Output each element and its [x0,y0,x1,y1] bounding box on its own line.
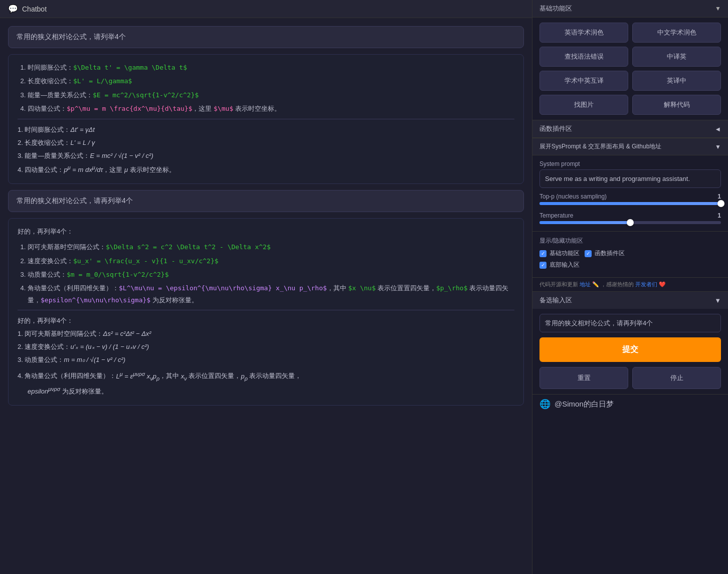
backup-section: 备选输入区 ▼ 提交 重置 停止 [532,291,728,394]
visibility-label: 显示/隐藏功能区 [539,237,721,245]
visibility-section: 显示/隐藏功能区 ✓ 基础功能区 ✓ 函数插件区 ✓ 底部输入区 [532,231,728,277]
btn-english-polish[interactable]: 英语学术润色 [539,23,628,43]
btn-chinese-polish[interactable]: 中文学术润色 [632,23,721,43]
footer-link[interactable]: 地址 [580,281,591,287]
temperature-group: Temperature 1 [539,212,721,226]
top-p-thumb [717,200,724,207]
sysprompt-header: 展开SysPrompt & 交互界面布局 & Github地址 ▼ [532,138,728,155]
temperature-thumb [627,219,634,226]
header-bar: 💬 Chatbot [0,0,532,18]
user-message-1: 常用的狭义相对论公式，请列举4个 [8,26,524,48]
sysprompt-section: 展开SysPrompt & 交互界面布局 & Github地址 ▼ System… [532,138,728,231]
reset-button[interactable]: 重置 [539,367,628,389]
checkbox-basic-functions[interactable]: ✓ [539,250,547,257]
watermark: 🌐 @Simon的白日梦 [532,394,728,414]
stop-button[interactable]: 停止 [632,367,721,389]
toggle-basic-functions[interactable]: ✓ 基础功能区 [539,249,580,258]
toggle-row-1: ✓ 基础功能区 ✓ 函数插件区 [539,249,721,258]
basic-functions-grid: 英语学术润色 中文学术润色 查找语法错误 中译英 学术中英互译 英译中 找图片 … [532,18,728,120]
dev-link[interactable]: 开发者们 [635,281,657,287]
user-message-2: 常用的狭义相对论公式，请再列举4个 [8,190,524,212]
system-prompt-label: System prompt [539,160,721,167]
top-p-fill [539,202,721,205]
btn-grammar-check[interactable]: 查找语法错误 [539,47,628,67]
temperature-value: 1 [717,212,721,219]
checkbox-plugin[interactable]: ✓ [585,250,592,257]
top-p-label: Top-p (nucleus sampling) [539,193,607,200]
backup-header: 备选输入区 ▼ [532,292,728,309]
toggle-row-2: ✓ 底部输入区 [539,261,721,269]
right-panel: 基础功能区 ▼ 英语学术润色 中文学术润色 查找语法错误 中译英 学术中英互译 … [532,0,728,574]
footer: 代码开源和更新 地址 ✏️ ，感谢热情的 开发者们 ❤️ [532,277,728,291]
temperature-fill [539,221,630,224]
header-title: Chatbot [22,5,47,13]
submit-button[interactable]: 提交 [539,337,721,362]
assistant-message-1: 时间膨胀公式：$\Delta t' = \gamma \Delta t$ 长度收… [8,54,524,184]
chat-area: 常用的狭义相对论公式，请列举4个 时间膨胀公式：$\Delta t' = \ga… [0,18,532,574]
btn-explain-code[interactable]: 解释代码 [632,95,721,115]
top-p-value: 1 [717,193,721,200]
btn-en-to-zh[interactable]: 英译中 [632,71,721,91]
system-prompt-value: Serve me as a writing and programming as… [539,169,721,188]
btn-academic-translate[interactable]: 学术中英互译 [539,71,628,91]
backup-input[interactable] [539,314,721,332]
weibo-icon: 🌐 [539,399,551,410]
basic-functions-header: 基础功能区 ▼ [532,0,728,18]
toggle-plugin[interactable]: ✓ 函数插件区 [585,249,625,258]
bottom-buttons: 重置 停止 [532,367,728,394]
chat-icon: 💬 [8,4,18,14]
btn-find-image[interactable]: 找图片 [539,95,628,115]
watermark-text: @Simon的白日梦 [555,400,614,409]
temperature-label: Temperature [539,212,573,219]
plugin-section-header: 函数插件区 ◄ [532,120,728,138]
left-panel: 💬 Chatbot 常用的狭义相对论公式，请列举4个 时间膨胀公式：$\Delt… [0,0,532,574]
top-p-slider[interactable] [539,202,721,205]
plugin-arrow[interactable]: ◄ [714,125,721,133]
sysprompt-arrow[interactable]: ▼ [715,143,721,150]
basic-functions-arrow[interactable]: ▼ [715,5,721,12]
toggle-input-area[interactable]: ✓ 底部输入区 [539,261,580,269]
assistant-message-2: 好的，再列举4个： 闵可夫斯基时空间隔公式：$\Delta s^2 = c^2 … [8,218,524,406]
backup-arrow[interactable]: ▼ [714,297,721,304]
checkbox-input-area[interactable]: ✓ [539,262,547,269]
sysprompt-body: System prompt Serve me as a writing and … [532,155,728,231]
top-p-group: Top-p (nucleus sampling) 1 [539,193,721,207]
temperature-slider[interactable] [539,221,721,224]
btn-zh-to-en[interactable]: 中译英 [632,47,721,67]
system-prompt-group: System prompt Serve me as a writing and … [539,160,721,188]
